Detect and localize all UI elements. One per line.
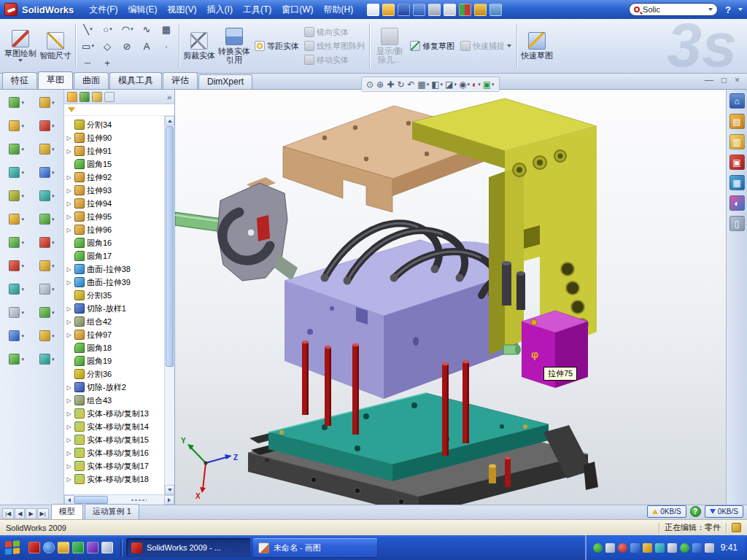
tree-item[interactable]: ▷ 组合42 [66,315,164,328]
menu-item[interactable]: 帮助(H) [319,1,359,18]
quick-launch-icon[interactable] [87,542,98,553]
quick-launch-icon[interactable] [101,542,113,553]
tree-item[interactable]: ▷ 实体-移动/复制13 [66,407,164,420]
scrollbar-thumb[interactable] [166,126,174,367]
tab-nav-button[interactable]: ◀ [15,508,25,519]
toolbar-icon[interactable] [474,4,487,16]
left-toolbar-icon[interactable]: ▾ [1,237,32,248]
view-tool-button[interactable]: ◪▾ [445,80,457,89]
display-delete-relations-button[interactable]: 显示/删除几... [372,20,407,71]
quick-launch-icon[interactable] [28,542,40,553]
tab-nav-button[interactable]: |◀ [2,508,14,519]
convert-entities-button[interactable]: 转换实体引用 [217,20,252,71]
sketch-button[interactable]: 草图绘制 [3,20,38,71]
tree-item[interactable]: ▷ 组合43 [66,394,164,407]
sketch-entity-button[interactable]: ┄ [78,55,98,71]
configurationmanager-tab-icon[interactable] [92,92,102,102]
search-dropdown-icon[interactable] [708,8,713,11]
offset-entities-button[interactable]: 等距实体 [252,20,302,71]
tray-icon[interactable] [655,543,665,553]
toolbar-icon[interactable] [444,4,456,16]
graphics-area[interactable]: φ [175,90,726,505]
command-tab[interactable]: 特征 [2,72,37,89]
left-toolbar-icon[interactable]: ▾ [1,97,32,108]
tree-item[interactable]: 分割36 [66,368,164,381]
tree-item[interactable]: ▷ 切除-放样2 [66,381,164,394]
left-toolbar-icon[interactable]: ▾ [32,237,63,248]
panel-overflow-button[interactable]: » [167,93,171,101]
view-tool-button[interactable]: ◉▾ [459,80,470,89]
tab-nav-button[interactable]: ▶| [37,508,49,519]
tab-nav-button[interactable]: ▶ [26,508,36,519]
sketch-entity-button[interactable]: A [137,38,157,55]
left-toolbar-icon[interactable]: ▾ [1,144,32,155]
command-tab[interactable]: 草图 [38,71,73,89]
left-toolbar-icon[interactable]: ▾ [32,144,63,155]
tree-item[interactable]: 圆角18 [66,341,164,354]
left-toolbar-icon[interactable]: ▾ [1,120,32,131]
document-tab[interactable]: 运动算例 1 [85,504,139,519]
quick-launch-icon[interactable] [72,542,84,553]
tray-icon[interactable] [680,543,689,553]
menu-item[interactable]: 文件(F) [84,1,123,18]
left-toolbar-icon[interactable]: ▾ [32,260,63,271]
help-button[interactable]: ? [725,4,731,15]
left-toolbar-icon[interactable]: ▾ [1,307,32,318]
left-toolbar-icon[interactable]: ▾ [32,307,63,318]
left-toolbar-icon[interactable]: ▾ [32,190,63,201]
view-tool-button[interactable]: ◧▾ [431,80,443,89]
view-tool-button[interactable]: ⊙ [366,80,374,89]
toolbar-icon[interactable] [398,4,410,16]
tree-item[interactable]: ▷ 拉伸97 [66,328,164,341]
toolbar-icon[interactable] [428,4,441,16]
trim-entities-button[interactable]: 剪裁实体 [182,20,217,71]
menu-item[interactable]: 编辑(E) [123,1,163,18]
command-tab[interactable]: DimXpert [198,74,252,89]
tray-icon[interactable] [643,543,652,553]
smart-dimension-button[interactable]: 智能尺寸 [38,20,73,71]
task-pane-icon[interactable]: ▣ [729,155,745,170]
sketch-entity-button[interactable]: ∿ [137,21,157,38]
tree-item[interactable]: ▷ 实体-移动/复制18 [66,472,164,486]
left-toolbar-icon[interactable]: ▾ [32,97,63,108]
tree-item[interactable]: 圆角17 [66,249,164,262]
tree-horizontal-scrollbar[interactable] [64,494,174,505]
left-toolbar-icon[interactable]: ▾ [1,190,32,201]
view-tool-button[interactable]: ↻ [397,80,405,89]
minimize-icon[interactable]: — [705,76,713,85]
tree-item[interactable]: ▷ 拉伸92 [66,171,164,184]
tray-icon[interactable] [667,543,677,553]
task-pane-icon[interactable]: ▦ [729,175,745,190]
rapid-sketch-button[interactable]: 快速草图 [519,20,554,71]
tree-item[interactable]: ▷ 实体-移动/复制16 [66,446,164,459]
tray-icon[interactable] [618,543,627,553]
model-clamp-block[interactable] [217,177,298,281]
left-toolbar-icon[interactable]: ▾ [1,284,32,295]
tray-icon[interactable] [605,543,615,553]
panel-splitter-handle[interactable] [131,498,147,502]
filter-icon[interactable] [68,107,75,112]
search-box[interactable]: Solic [629,3,718,16]
tree-item[interactable]: 分割34 [66,118,164,131]
taskbar-task-button[interactable]: SolidWorks 2009 - ... [126,538,250,557]
sketch-entity-button[interactable]: ⊘ [117,38,137,55]
quick-snaps-dropdown-icon[interactable] [507,44,511,47]
tree-item[interactable]: 圆角15 [66,158,164,171]
propertymanager-tab-icon[interactable] [80,92,90,102]
tree-vertical-scrollbar[interactable] [164,116,174,494]
menu-item[interactable]: 工具(T) [238,1,276,18]
left-toolbar-icon[interactable]: ▾ [1,214,32,225]
sketch-entity-button[interactable]: ╲▾ [78,21,98,38]
task-pane-icon[interactable]: ▯ [729,216,745,231]
sketch-entity-button[interactable]: ▦ [157,21,177,38]
search-input[interactable]: Solic [643,5,705,14]
dimxpertmanager-tab-icon[interactable] [104,92,115,102]
tray-icon[interactable] [692,543,702,553]
view-tool-button[interactable]: ◐▾ [472,80,481,89]
linear-sketch-pattern-button[interactable]: 线性草图阵列 [304,41,365,52]
task-pane-icon[interactable]: ▤ [729,114,745,129]
left-toolbar-icon[interactable]: ▾ [1,167,32,178]
sketch-entity-button[interactable]: ○▾ [98,21,117,38]
left-toolbar-icon[interactable]: ▾ [1,354,32,365]
menu-item[interactable]: 窗口(W) [276,1,318,18]
